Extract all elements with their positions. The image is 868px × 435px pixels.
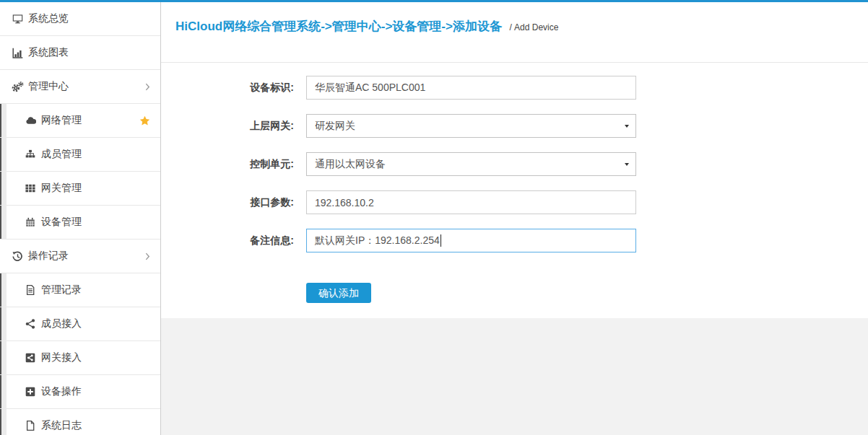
file-icon xyxy=(24,421,37,431)
upper-gateway-select[interactable]: 研发网关 xyxy=(306,114,636,138)
sidebar-item-label: 设备管理 xyxy=(41,216,82,229)
sitemap-icon xyxy=(24,149,37,159)
sidebar-item-label: 成员管理 xyxy=(41,148,82,161)
sidebar-item-label: 成员接入 xyxy=(41,317,82,330)
share-icon xyxy=(24,319,37,329)
sidebar-item-device-management[interactable]: 设备管理 xyxy=(6,206,160,240)
device-id-input[interactable] xyxy=(306,76,636,100)
chevron-right-icon xyxy=(145,83,150,91)
bar-chart-icon xyxy=(11,48,24,58)
star-icon[interactable] xyxy=(139,115,150,126)
management-center-submenu: 网络管理 成员管理 网关管理 设备管 xyxy=(0,104,160,240)
grid-icon xyxy=(24,183,37,193)
sidebar-item-device-operations[interactable]: 设备操作 xyxy=(6,375,160,409)
sidebar-item-label: 管理中心 xyxy=(28,80,69,93)
sidebar-item-label: 系统图表 xyxy=(28,46,69,59)
sidebar-item-label: 网关接入 xyxy=(41,351,82,364)
sidebar-item-management-center[interactable]: 管理中心 xyxy=(0,70,160,104)
sidebar-item-label: 网络管理 xyxy=(41,114,82,127)
calendar-icon xyxy=(24,217,37,227)
dropdown-caret-icon xyxy=(625,163,629,166)
page-header: HiCloud网络综合管理系统->管理中心->设备管理->添加设备 / Add … xyxy=(161,2,868,63)
cloud-icon xyxy=(24,115,37,126)
form-row: 上层网关: 研发网关 xyxy=(161,114,868,138)
sidebar-item-label: 系统日志 xyxy=(41,419,82,432)
sidebar-item-label: 设备操作 xyxy=(41,385,82,398)
sidebar-item-network-management[interactable]: 网络管理 xyxy=(6,104,160,138)
sidebar-item-system-overview[interactable]: 系统总览 xyxy=(0,2,160,36)
share-square-icon xyxy=(24,353,37,363)
form-row: 接口参数: xyxy=(161,190,868,214)
plus-square-icon xyxy=(24,387,37,397)
history-icon xyxy=(11,251,24,262)
breadcrumb-suffix: / Add Device xyxy=(509,22,558,32)
remark-value: 默认网关IP：192.168.2.254 xyxy=(315,234,440,247)
sidebar-item-system-charts[interactable]: 系统图表 xyxy=(0,36,160,70)
desktop-icon xyxy=(11,14,24,25)
form-row: 设备标识: xyxy=(161,76,868,100)
form-row: 备注信息: 默认网关IP：192.168.2.254 xyxy=(161,229,868,252)
cogs-icon xyxy=(11,82,24,92)
sidebar-item-operation-records[interactable]: 操作记录 xyxy=(0,240,160,273)
main-area: HiCloud网络综合管理系统->管理中心->设备管理->添加设备 / Add … xyxy=(161,2,868,435)
interface-params-input[interactable] xyxy=(306,190,636,214)
confirm-add-button[interactable]: 确认添加 xyxy=(306,283,371,303)
sidebar-item-label: 操作记录 xyxy=(28,250,69,263)
sidebar-item-system-logs[interactable]: 系统日志 xyxy=(6,409,160,435)
app-window: 系统总览 系统图表 管理中心 网络管理 xyxy=(0,0,868,435)
selected-value: 通用以太网设备 xyxy=(315,158,386,171)
sidebar-item-label: 管理记录 xyxy=(41,284,82,296)
remark-input[interactable]: 默认网关IP：192.168.2.254 xyxy=(306,229,636,252)
upper-gateway-label: 上层网关: xyxy=(161,120,294,133)
dropdown-caret-icon xyxy=(625,125,629,128)
sidebar-item-member-management[interactable]: 成员管理 xyxy=(6,138,160,172)
selected-value: 研发网关 xyxy=(315,120,355,133)
sidebar-item-member-access[interactable]: 成员接入 xyxy=(6,307,160,341)
sidebar: 系统总览 系统图表 管理中心 网络管理 xyxy=(0,2,161,435)
sidebar-item-gateway-access[interactable]: 网关接入 xyxy=(6,341,160,375)
text-cursor xyxy=(440,234,441,247)
control-unit-select[interactable]: 通用以太网设备 xyxy=(306,152,636,176)
control-unit-label: 控制单元: xyxy=(161,158,294,171)
sidebar-item-management-records[interactable]: 管理记录 xyxy=(6,273,160,307)
sidebar-item-gateway-management[interactable]: 网关管理 xyxy=(6,172,160,206)
remark-label: 备注信息: xyxy=(161,234,294,247)
chevron-right-icon xyxy=(145,252,150,260)
sidebar-item-label: 系统总览 xyxy=(28,12,69,25)
operation-records-submenu: 管理记录 成员接入 网关接入 设备操作 xyxy=(0,273,160,435)
file-text-icon xyxy=(24,285,37,295)
form-row: 控制单元: 通用以太网设备 xyxy=(161,152,868,176)
device-id-label: 设备标识: xyxy=(161,82,294,95)
add-device-form: 设备标识: 上层网关: 研发网关 控制单元: 通用以太网设备 接口参数: xyxy=(161,63,868,318)
background-area xyxy=(161,318,868,435)
interface-params-label: 接口参数: xyxy=(161,196,294,209)
sidebar-item-label: 网关管理 xyxy=(41,182,82,195)
breadcrumb: HiCloud网络综合管理系统->管理中心->设备管理->添加设备 xyxy=(175,19,502,33)
